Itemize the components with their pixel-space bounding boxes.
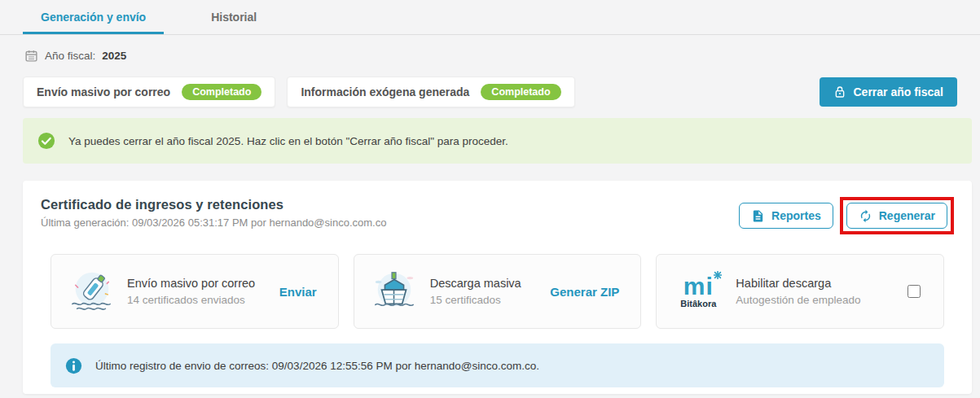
refresh-icon [859,209,872,223]
regenerar-label: Regenerar [879,209,935,222]
section-title-block: Certificado de ingresos y retenciones Úl… [41,197,386,229]
card-title: Descarga masiva [430,277,521,290]
card-text: Descarga masiva 15 certificados [430,277,521,306]
fiscal-year-label: Año fiscal: [45,50,95,62]
reportes-button[interactable]: Reportes [739,203,833,229]
tab-historial[interactable]: Historial [164,0,304,34]
card-subtitle: 15 certificados [430,294,521,306]
document-icon [751,209,765,223]
card-descarga-masiva: Descarga masiva 15 certificados Generar … [354,254,642,329]
mi-bitakora-logo-name: Bitâkora [673,300,723,308]
annotation-highlight: Regenerar [840,197,954,234]
ship-illustration [371,268,418,315]
card-habilitar-descarga: mi Bitâkora Habilitar descarga Autogesti… [656,254,944,329]
status-informacion-exogena: Información exógena generada Completado [287,77,574,107]
info-circle-icon [65,357,82,374]
card-text: Envío masivo por correo 14 certificados … [127,277,255,306]
tab-generacion-y-envio[interactable]: Generación y envío [23,0,164,34]
section-subtitle: Última generación: 09/03/2026 05:31:17 P… [41,216,386,229]
lock-icon [833,85,846,98]
card-subtitle: 14 certificados enviados [127,294,255,306]
fiscal-year-row: Año fiscal: 2025 [24,49,980,63]
enviar-link[interactable]: Enviar [279,285,322,299]
habilitar-descarga-checkbox[interactable] [907,285,921,298]
snowflake-icon [714,271,722,279]
certificates-panel: Certificado de ingresos y retenciones Úl… [23,181,972,394]
card-envio-masivo: Envío masivo por correo 14 certificados … [51,254,339,329]
section-actions: Reportes Regenerar [739,197,954,234]
success-alert-text: Ya puedes cerrar el año fiscal 2025. Haz… [68,135,508,147]
mi-bitakora-logo: mi Bitâkora [673,274,723,308]
status-label: Información exógena generada [301,85,469,98]
info-bar: Último registro de envio de correos: 09/… [51,343,944,387]
success-alert: Ya puedes cerrar el año fiscal 2025. Haz… [23,118,972,164]
card-text: Habilitar descarga Autogestión de emplea… [736,277,860,306]
card-title: Envío masivo por correo [127,277,255,290]
status-badge: Completado [182,84,261,101]
regenerar-button[interactable]: Regenerar [846,203,947,229]
tab-bar: Generación y envío Historial [0,0,980,35]
mi-bitakora-logo-mi: mi [683,274,714,299]
status-label: Envío masivo por correo [37,85,170,98]
cerrar-ano-fiscal-button[interactable]: Cerrar año fiscal [820,77,958,107]
check-circle-icon [37,132,55,150]
status-badge: Completado [481,84,560,101]
card-subtitle: Autogestión de empleado [736,294,860,306]
status-envio-masivo: Envío masivo por correo Completado [23,77,275,107]
info-bar-text: Último registro de envio de correos: 09/… [95,360,539,372]
generar-zip-link[interactable]: Generar ZIP [550,285,624,299]
cerrar-ano-fiscal-label: Cerrar año fiscal [854,85,944,98]
action-cards-row: Envío masivo por correo 14 certificados … [51,254,944,329]
reportes-label: Reportes [771,209,821,222]
status-row: Envío masivo por correo Completado Infor… [23,77,957,107]
section-header: Certificado de ingresos y retenciones Úl… [41,197,954,234]
message-in-bottle-illustration [68,268,115,315]
card-title: Habilitar descarga [736,277,860,290]
fiscal-year-value: 2025 [102,50,126,62]
section-title: Certificado de ingresos y retenciones [41,197,386,212]
calendar-icon [24,49,38,63]
